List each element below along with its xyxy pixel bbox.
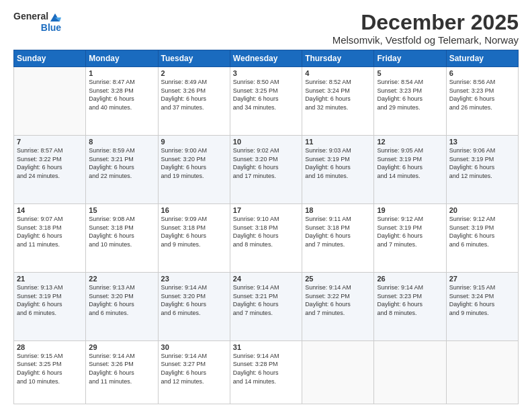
table-row: 27Sunrise: 9:15 AM Sunset: 3:24 PM Dayli… xyxy=(446,272,518,340)
table-row: 28Sunrise: 9:15 AM Sunset: 3:25 PM Dayli… xyxy=(14,340,86,404)
table-row: 15Sunrise: 9:08 AM Sunset: 3:18 PM Dayli… xyxy=(86,204,158,273)
day-info: Sunrise: 9:14 AM Sunset: 3:23 PM Dayligh… xyxy=(377,283,443,317)
day-info: Sunrise: 8:47 AM Sunset: 3:28 PM Dayligh… xyxy=(89,78,154,111)
day-info: Sunrise: 8:56 AM Sunset: 3:23 PM Dayligh… xyxy=(449,78,515,111)
calendar-week-row: 14Sunrise: 9:07 AM Sunset: 3:18 PM Dayli… xyxy=(14,204,519,273)
table-row xyxy=(374,340,446,404)
logo-general-text: General xyxy=(13,11,48,21)
table-row: 18Sunrise: 9:11 AM Sunset: 3:18 PM Dayli… xyxy=(302,204,374,273)
day-info: Sunrise: 9:15 AM Sunset: 3:25 PM Dayligh… xyxy=(17,352,83,385)
day-info: Sunrise: 9:14 AM Sunset: 3:27 PM Dayligh… xyxy=(161,352,227,385)
day-info: Sunrise: 9:13 AM Sunset: 3:19 PM Dayligh… xyxy=(17,283,83,317)
day-info: Sunrise: 8:52 AM Sunset: 3:24 PM Dayligh… xyxy=(305,78,371,111)
day-info: Sunrise: 9:14 AM Sunset: 3:22 PM Dayligh… xyxy=(305,283,371,317)
logo-icon xyxy=(49,11,61,23)
calendar-page: General Blue December 2025 Melsomvik, Ve… xyxy=(0,0,532,411)
day-number: 18 xyxy=(305,206,371,214)
day-number: 8 xyxy=(89,138,154,146)
table-row: 1Sunrise: 8:47 AM Sunset: 3:28 PM Daylig… xyxy=(86,67,158,136)
day-number: 5 xyxy=(377,69,443,77)
table-row: 4Sunrise: 8:52 AM Sunset: 3:24 PM Daylig… xyxy=(302,67,374,136)
day-info: Sunrise: 9:15 AM Sunset: 3:24 PM Dayligh… xyxy=(449,283,515,317)
day-info: Sunrise: 8:57 AM Sunset: 3:22 PM Dayligh… xyxy=(17,146,83,180)
day-info: Sunrise: 9:14 AM Sunset: 3:26 PM Dayligh… xyxy=(89,352,154,385)
table-row: 10Sunrise: 9:02 AM Sunset: 3:20 PM Dayli… xyxy=(230,136,302,204)
day-info: Sunrise: 9:12 AM Sunset: 3:19 PM Dayligh… xyxy=(377,215,443,248)
table-row: 9Sunrise: 9:00 AM Sunset: 3:20 PM Daylig… xyxy=(158,136,230,204)
table-row: 13Sunrise: 9:06 AM Sunset: 3:19 PM Dayli… xyxy=(446,136,518,204)
table-row: 17Sunrise: 9:10 AM Sunset: 3:18 PM Dayli… xyxy=(230,204,302,273)
col-friday: Friday xyxy=(374,50,446,67)
table-row: 14Sunrise: 9:07 AM Sunset: 3:18 PM Dayli… xyxy=(14,204,86,273)
month-title: December 2025 xyxy=(332,11,519,34)
day-info: Sunrise: 9:03 AM Sunset: 3:19 PM Dayligh… xyxy=(305,146,371,180)
calendar-week-row: 1Sunrise: 8:47 AM Sunset: 3:28 PM Daylig… xyxy=(14,67,519,136)
day-number: 24 xyxy=(233,275,299,283)
table-row: 20Sunrise: 9:12 AM Sunset: 3:19 PM Dayli… xyxy=(446,204,518,273)
day-info: Sunrise: 9:07 AM Sunset: 3:18 PM Dayligh… xyxy=(17,215,83,248)
day-info: Sunrise: 9:02 AM Sunset: 3:20 PM Dayligh… xyxy=(233,146,299,180)
day-number: 10 xyxy=(233,138,299,146)
day-number: 19 xyxy=(377,206,443,214)
day-info: Sunrise: 8:49 AM Sunset: 3:26 PM Dayligh… xyxy=(161,78,227,111)
table-row: 31Sunrise: 9:14 AM Sunset: 3:28 PM Dayli… xyxy=(230,340,302,404)
table-row: 11Sunrise: 9:03 AM Sunset: 3:19 PM Dayli… xyxy=(302,136,374,204)
table-row xyxy=(446,340,518,404)
title-block: December 2025 Melsomvik, Vestfold og Tel… xyxy=(332,11,519,46)
day-number: 25 xyxy=(305,275,371,283)
col-wednesday: Wednesday xyxy=(230,50,302,67)
day-number: 17 xyxy=(233,206,299,214)
day-number: 21 xyxy=(17,275,83,283)
day-info: Sunrise: 8:54 AM Sunset: 3:23 PM Dayligh… xyxy=(377,78,443,111)
day-info: Sunrise: 8:50 AM Sunset: 3:25 PM Dayligh… xyxy=(233,78,299,111)
day-info: Sunrise: 9:13 AM Sunset: 3:20 PM Dayligh… xyxy=(89,283,154,317)
day-info: Sunrise: 9:08 AM Sunset: 3:18 PM Dayligh… xyxy=(89,215,154,248)
table-row: 3Sunrise: 8:50 AM Sunset: 3:25 PM Daylig… xyxy=(230,67,302,136)
table-row: 16Sunrise: 9:09 AM Sunset: 3:18 PM Dayli… xyxy=(158,204,230,273)
table-row: 19Sunrise: 9:12 AM Sunset: 3:19 PM Dayli… xyxy=(374,204,446,273)
col-tuesday: Tuesday xyxy=(158,50,230,67)
day-info: Sunrise: 9:14 AM Sunset: 3:28 PM Dayligh… xyxy=(233,352,299,385)
day-number: 29 xyxy=(89,343,154,351)
table-row: 22Sunrise: 9:13 AM Sunset: 3:20 PM Dayli… xyxy=(86,272,158,340)
day-number: 2 xyxy=(161,69,227,77)
table-row: 26Sunrise: 9:14 AM Sunset: 3:23 PM Dayli… xyxy=(374,272,446,340)
logo: General Blue xyxy=(13,11,61,33)
day-number: 14 xyxy=(17,206,83,214)
day-number: 11 xyxy=(305,138,371,146)
day-info: Sunrise: 9:12 AM Sunset: 3:19 PM Dayligh… xyxy=(449,215,515,248)
table-row: 7Sunrise: 8:57 AM Sunset: 3:22 PM Daylig… xyxy=(14,136,86,204)
table-row: 30Sunrise: 9:14 AM Sunset: 3:27 PM Dayli… xyxy=(158,340,230,404)
day-number: 9 xyxy=(161,138,227,146)
day-info: Sunrise: 9:14 AM Sunset: 3:20 PM Dayligh… xyxy=(161,283,227,317)
day-number: 23 xyxy=(161,275,227,283)
day-number: 15 xyxy=(89,206,154,214)
col-sunday: Sunday xyxy=(14,50,86,67)
table-row: 6Sunrise: 8:56 AM Sunset: 3:23 PM Daylig… xyxy=(446,67,518,136)
day-info: Sunrise: 9:09 AM Sunset: 3:18 PM Dayligh… xyxy=(161,215,227,248)
day-number: 26 xyxy=(377,275,443,283)
day-number: 31 xyxy=(233,343,299,351)
day-number: 16 xyxy=(161,206,227,214)
day-number: 22 xyxy=(89,275,154,283)
location-title: Melsomvik, Vestfold og Telemark, Norway xyxy=(332,34,519,46)
calendar-week-row: 28Sunrise: 9:15 AM Sunset: 3:25 PM Dayli… xyxy=(14,340,519,404)
col-monday: Monday xyxy=(86,50,158,67)
day-number: 4 xyxy=(305,69,371,77)
table-row: 25Sunrise: 9:14 AM Sunset: 3:22 PM Dayli… xyxy=(302,272,374,340)
calendar-week-row: 7Sunrise: 8:57 AM Sunset: 3:22 PM Daylig… xyxy=(14,136,519,204)
day-info: Sunrise: 9:06 AM Sunset: 3:19 PM Dayligh… xyxy=(449,146,515,180)
calendar-week-row: 21Sunrise: 9:13 AM Sunset: 3:19 PM Dayli… xyxy=(14,272,519,340)
header: General Blue December 2025 Melsomvik, Ve… xyxy=(13,11,519,46)
col-thursday: Thursday xyxy=(302,50,374,67)
table-row xyxy=(14,67,86,136)
table-row: 12Sunrise: 9:05 AM Sunset: 3:19 PM Dayli… xyxy=(374,136,446,204)
table-row: 21Sunrise: 9:13 AM Sunset: 3:19 PM Dayli… xyxy=(14,272,86,340)
day-number: 28 xyxy=(17,343,83,351)
table-row: 5Sunrise: 8:54 AM Sunset: 3:23 PM Daylig… xyxy=(374,67,446,136)
day-number: 7 xyxy=(17,138,83,146)
day-number: 13 xyxy=(449,138,515,146)
day-info: Sunrise: 9:11 AM Sunset: 3:18 PM Dayligh… xyxy=(305,215,371,248)
calendar-header-row: Sunday Monday Tuesday Wednesday Thursday… xyxy=(14,50,519,67)
day-info: Sunrise: 9:14 AM Sunset: 3:21 PM Dayligh… xyxy=(233,283,299,317)
